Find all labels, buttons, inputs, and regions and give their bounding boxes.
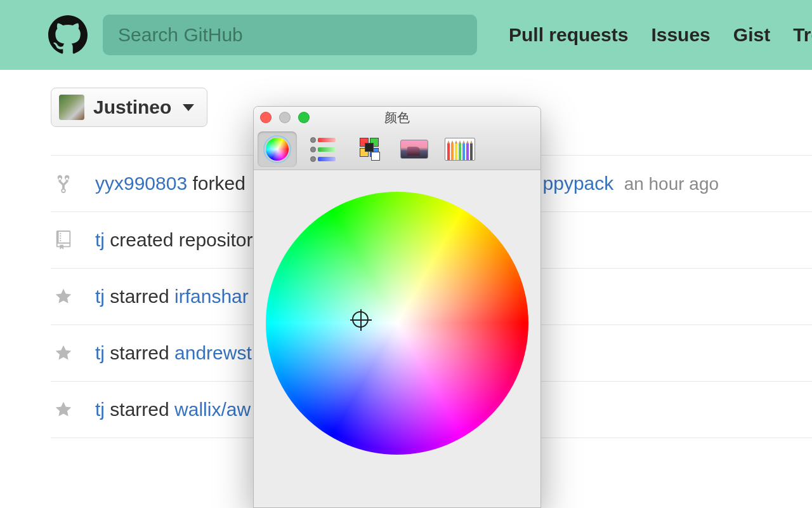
avatar [59,95,84,120]
feed-repo-link[interactable]: andrewst [174,342,252,363]
feed-repo-link[interactable]: irfanshar [174,286,249,307]
window-zoom-button[interactable] [298,112,310,123]
feed-action: starred [110,286,169,307]
feed-time: an hour ago [624,174,719,194]
star-icon [51,344,76,362]
feed-user-link[interactable]: tj [95,399,105,420]
feed-action: forked [192,173,245,194]
feed-user-link[interactable]: tj [95,286,105,307]
window-minimize-button[interactable] [279,112,291,123]
color-palette-tab[interactable] [349,131,388,167]
feed-text: tj starred irfanshar [95,286,249,307]
window-close-button[interactable] [260,112,272,123]
primary-nav: Pull requests Issues Gist Trending [509,24,812,46]
window-title: 颜色 [384,109,410,126]
feed-text: tj starred andrewst [95,342,252,364]
context-username: Justineo [93,97,171,118]
pencils-icon [445,138,475,161]
color-picker-toolbar [254,129,540,170]
color-wheel-tab[interactable] [258,131,297,167]
feed-text: tj created repository [95,229,262,251]
star-icon [51,401,76,418]
palette-icon [357,138,380,161]
color-wheel-reticle[interactable] [352,311,369,328]
nav-issues[interactable]: Issues [651,24,710,46]
pencils-tab[interactable] [440,131,480,167]
github-logo-icon[interactable] [48,15,88,55]
feed-repo-link[interactable]: wallix/aw [174,399,251,420]
user-context-dropdown[interactable]: Justineo [51,88,207,127]
window-titlebar[interactable]: 颜色 [254,107,540,129]
fork-icon [51,174,76,193]
nav-pull-requests[interactable]: Pull requests [509,24,628,46]
nav-trending[interactable]: Trending [793,24,812,46]
feed-user-link[interactable]: tj [95,229,105,250]
search-input[interactable] [118,24,462,46]
nav-gist[interactable]: Gist [733,24,770,46]
site-header: Pull requests Issues Gist Trending [0,0,812,70]
image-icon [400,140,428,159]
feed-user-link[interactable]: tj [95,342,105,363]
color-wheel-area [254,170,540,455]
svg-point-3 [266,138,289,161]
image-palette-tab[interactable] [395,131,434,167]
sliders-icon [310,137,336,162]
chevron-down-icon [183,104,194,111]
color-wheel[interactable] [266,192,528,455]
feed-text: tj starred wallix/aw [95,399,251,420]
feed-action: created repository [110,229,262,250]
feed-repo-link-tail[interactable]: ppypack [543,173,614,194]
color-sliders-tab[interactable] [303,131,343,167]
feed-action: starred [110,399,169,420]
color-picker-window[interactable]: 颜色 [253,106,541,508]
feed-action: starred [110,342,169,363]
search-box[interactable] [103,15,477,55]
star-icon [51,288,76,305]
feed-user-link[interactable]: yyx990803 [95,173,187,194]
window-traffic-lights [260,112,310,123]
repo-icon [51,231,76,250]
